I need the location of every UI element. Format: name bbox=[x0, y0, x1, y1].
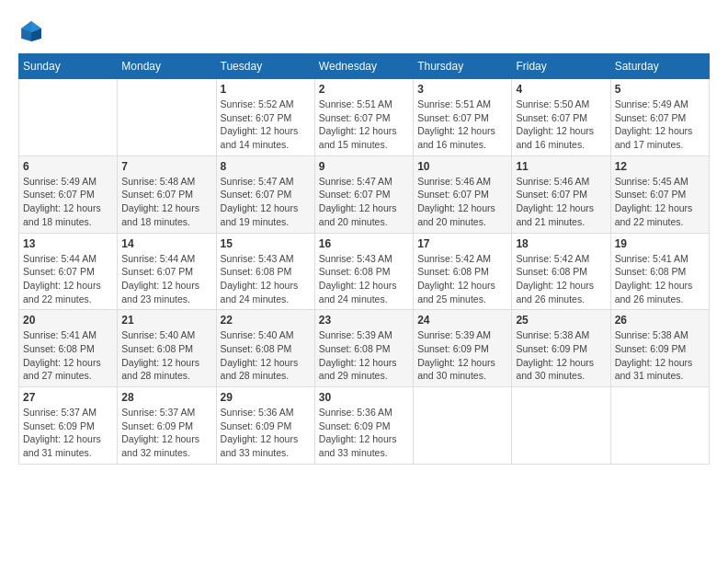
day-info: Sunrise: 5:40 AM Sunset: 6:08 PM Dayligh… bbox=[121, 328, 211, 383]
weekday-header: Thursday bbox=[414, 54, 512, 79]
day-number: 12 bbox=[615, 160, 705, 173]
day-number: 27 bbox=[23, 391, 113, 404]
calendar-cell: 8Sunrise: 5:47 AM Sunset: 6:07 PM Daylig… bbox=[216, 155, 314, 233]
day-info: Sunrise: 5:37 AM Sunset: 6:09 PM Dayligh… bbox=[121, 406, 211, 460]
day-info: Sunrise: 5:46 AM Sunset: 6:07 PM Dayligh… bbox=[417, 175, 507, 229]
day-info: Sunrise: 5:48 AM Sunset: 6:07 PM Dayligh… bbox=[121, 175, 211, 229]
day-number: 3 bbox=[417, 83, 507, 96]
calendar-cell: 27Sunrise: 5:37 AM Sunset: 6:09 PM Dayli… bbox=[19, 387, 118, 465]
calendar-cell: 1Sunrise: 5:52 AM Sunset: 6:07 PM Daylig… bbox=[216, 79, 314, 156]
weekday-header: Friday bbox=[512, 54, 610, 79]
day-info: Sunrise: 5:46 AM Sunset: 6:07 PM Dayligh… bbox=[516, 175, 606, 229]
day-info: Sunrise: 5:47 AM Sunset: 6:07 PM Dayligh… bbox=[319, 175, 409, 229]
day-number: 1 bbox=[221, 83, 311, 96]
day-info: Sunrise: 5:49 AM Sunset: 6:07 PM Dayligh… bbox=[23, 175, 113, 229]
calendar-cell: 2Sunrise: 5:51 AM Sunset: 6:07 PM Daylig… bbox=[314, 79, 413, 156]
calendar-cell: 3Sunrise: 5:51 AM Sunset: 6:07 PM Daylig… bbox=[414, 79, 512, 156]
day-info: Sunrise: 5:51 AM Sunset: 6:07 PM Dayligh… bbox=[417, 98, 507, 152]
calendar-week-row: 13Sunrise: 5:44 AM Sunset: 6:07 PM Dayli… bbox=[19, 233, 710, 310]
day-info: Sunrise: 5:47 AM Sunset: 6:07 PM Dayligh… bbox=[221, 175, 311, 229]
page-header bbox=[18, 18, 710, 44]
day-number: 15 bbox=[221, 237, 311, 250]
calendar-cell: 15Sunrise: 5:43 AM Sunset: 6:08 PM Dayli… bbox=[216, 233, 314, 310]
weekday-header: Saturday bbox=[610, 54, 709, 79]
calendar-cell: 21Sunrise: 5:40 AM Sunset: 6:08 PM Dayli… bbox=[118, 310, 216, 387]
day-number: 22 bbox=[221, 314, 311, 327]
calendar-week-row: 1Sunrise: 5:52 AM Sunset: 6:07 PM Daylig… bbox=[19, 79, 710, 156]
calendar-cell: 20Sunrise: 5:41 AM Sunset: 6:08 PM Dayli… bbox=[19, 310, 118, 387]
calendar-cell bbox=[19, 79, 118, 156]
day-info: Sunrise: 5:36 AM Sunset: 6:09 PM Dayligh… bbox=[221, 406, 311, 460]
calendar-cell bbox=[118, 79, 216, 156]
calendar-cell bbox=[512, 387, 610, 465]
day-info: Sunrise: 5:45 AM Sunset: 6:07 PM Dayligh… bbox=[615, 175, 705, 229]
day-number: 2 bbox=[319, 83, 409, 96]
calendar-week-row: 6Sunrise: 5:49 AM Sunset: 6:07 PM Daylig… bbox=[19, 155, 710, 233]
day-number: 24 bbox=[417, 314, 507, 327]
calendar-cell: 17Sunrise: 5:42 AM Sunset: 6:08 PM Dayli… bbox=[414, 233, 512, 310]
calendar-cell: 11Sunrise: 5:46 AM Sunset: 6:07 PM Dayli… bbox=[512, 155, 610, 233]
day-info: Sunrise: 5:51 AM Sunset: 6:07 PM Dayligh… bbox=[319, 98, 409, 152]
day-info: Sunrise: 5:37 AM Sunset: 6:09 PM Dayligh… bbox=[23, 406, 113, 460]
day-info: Sunrise: 5:50 AM Sunset: 6:07 PM Dayligh… bbox=[516, 98, 606, 152]
day-number: 25 bbox=[516, 314, 606, 327]
calendar-table: SundayMondayTuesdayWednesdayThursdayFrid… bbox=[18, 53, 710, 465]
weekday-header: Sunday bbox=[19, 54, 118, 79]
day-number: 8 bbox=[221, 160, 311, 173]
calendar-cell: 26Sunrise: 5:38 AM Sunset: 6:09 PM Dayli… bbox=[610, 310, 709, 387]
day-number: 13 bbox=[23, 237, 113, 250]
day-number: 30 bbox=[319, 391, 409, 404]
day-info: Sunrise: 5:38 AM Sunset: 6:09 PM Dayligh… bbox=[516, 328, 606, 383]
day-number: 14 bbox=[121, 237, 211, 250]
day-info: Sunrise: 5:49 AM Sunset: 6:07 PM Dayligh… bbox=[615, 98, 705, 152]
day-info: Sunrise: 5:41 AM Sunset: 6:08 PM Dayligh… bbox=[23, 328, 113, 383]
day-number: 18 bbox=[516, 237, 606, 250]
day-number: 23 bbox=[319, 314, 409, 327]
calendar-week-row: 27Sunrise: 5:37 AM Sunset: 6:09 PM Dayli… bbox=[19, 387, 710, 465]
day-number: 26 bbox=[615, 314, 705, 327]
calendar-cell: 19Sunrise: 5:41 AM Sunset: 6:08 PM Dayli… bbox=[610, 233, 709, 310]
day-number: 9 bbox=[319, 160, 409, 173]
day-number: 21 bbox=[121, 314, 211, 327]
day-number: 10 bbox=[417, 160, 507, 173]
calendar-cell: 14Sunrise: 5:44 AM Sunset: 6:07 PM Dayli… bbox=[118, 233, 216, 310]
day-info: Sunrise: 5:41 AM Sunset: 6:08 PM Dayligh… bbox=[615, 252, 705, 306]
calendar-cell: 10Sunrise: 5:46 AM Sunset: 6:07 PM Dayli… bbox=[414, 155, 512, 233]
weekday-header: Monday bbox=[118, 54, 216, 79]
logo bbox=[18, 18, 48, 44]
calendar-cell: 5Sunrise: 5:49 AM Sunset: 6:07 PM Daylig… bbox=[610, 79, 709, 156]
day-number: 11 bbox=[516, 160, 606, 173]
day-number: 20 bbox=[23, 314, 113, 327]
day-number: 19 bbox=[615, 237, 705, 250]
calendar-cell: 22Sunrise: 5:40 AM Sunset: 6:08 PM Dayli… bbox=[216, 310, 314, 387]
calendar-week-row: 20Sunrise: 5:41 AM Sunset: 6:08 PM Dayli… bbox=[19, 310, 710, 387]
calendar-cell: 28Sunrise: 5:37 AM Sunset: 6:09 PM Dayli… bbox=[118, 387, 216, 465]
calendar-cell: 6Sunrise: 5:49 AM Sunset: 6:07 PM Daylig… bbox=[19, 155, 118, 233]
calendar-cell: 30Sunrise: 5:36 AM Sunset: 6:09 PM Dayli… bbox=[314, 387, 413, 465]
calendar-cell: 9Sunrise: 5:47 AM Sunset: 6:07 PM Daylig… bbox=[314, 155, 413, 233]
day-info: Sunrise: 5:43 AM Sunset: 6:08 PM Dayligh… bbox=[319, 252, 409, 306]
day-info: Sunrise: 5:38 AM Sunset: 6:09 PM Dayligh… bbox=[615, 328, 705, 383]
calendar-cell: 16Sunrise: 5:43 AM Sunset: 6:08 PM Dayli… bbox=[314, 233, 413, 310]
day-info: Sunrise: 5:42 AM Sunset: 6:08 PM Dayligh… bbox=[417, 252, 507, 306]
day-info: Sunrise: 5:39 AM Sunset: 6:09 PM Dayligh… bbox=[417, 328, 507, 383]
day-number: 7 bbox=[121, 160, 211, 173]
day-info: Sunrise: 5:43 AM Sunset: 6:08 PM Dayligh… bbox=[221, 252, 311, 306]
day-number: 4 bbox=[516, 83, 606, 96]
day-info: Sunrise: 5:44 AM Sunset: 6:07 PM Dayligh… bbox=[121, 252, 211, 306]
logo-icon bbox=[18, 18, 44, 44]
day-info: Sunrise: 5:52 AM Sunset: 6:07 PM Dayligh… bbox=[221, 98, 311, 152]
calendar-cell: 24Sunrise: 5:39 AM Sunset: 6:09 PM Dayli… bbox=[414, 310, 512, 387]
weekday-header-row: SundayMondayTuesdayWednesdayThursdayFrid… bbox=[19, 54, 710, 79]
calendar-cell: 29Sunrise: 5:36 AM Sunset: 6:09 PM Dayli… bbox=[216, 387, 314, 465]
calendar-cell: 18Sunrise: 5:42 AM Sunset: 6:08 PM Dayli… bbox=[512, 233, 610, 310]
day-info: Sunrise: 5:44 AM Sunset: 6:07 PM Dayligh… bbox=[23, 252, 113, 306]
calendar-cell: 23Sunrise: 5:39 AM Sunset: 6:08 PM Dayli… bbox=[314, 310, 413, 387]
calendar-cell: 7Sunrise: 5:48 AM Sunset: 6:07 PM Daylig… bbox=[118, 155, 216, 233]
calendar-cell: 13Sunrise: 5:44 AM Sunset: 6:07 PM Dayli… bbox=[19, 233, 118, 310]
weekday-header: Tuesday bbox=[216, 54, 314, 79]
day-info: Sunrise: 5:36 AM Sunset: 6:09 PM Dayligh… bbox=[319, 406, 409, 460]
day-number: 29 bbox=[221, 391, 311, 404]
day-info: Sunrise: 5:39 AM Sunset: 6:08 PM Dayligh… bbox=[319, 328, 409, 383]
day-number: 5 bbox=[615, 83, 705, 96]
